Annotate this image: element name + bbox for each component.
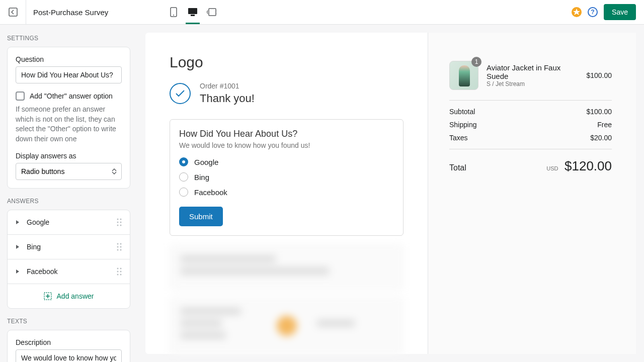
drag-handle-icon[interactable] — [117, 218, 122, 226]
svg-point-20 — [120, 249, 122, 251]
add-other-checkbox[interactable] — [16, 92, 25, 101]
svg-point-14 — [120, 225, 122, 226]
taxes-value: $20.00 — [590, 134, 612, 142]
subtotal-value: $100.00 — [586, 108, 612, 116]
drag-handle-icon[interactable] — [117, 243, 122, 251]
survey-option-label: Facebook — [194, 188, 227, 197]
logo-placeholder: Logo — [170, 54, 404, 71]
svg-point-26 — [120, 274, 122, 276]
product-variant: S / Jet Stream — [487, 80, 578, 87]
shipping-label: Shipping — [449, 121, 477, 129]
star-icon[interactable] — [572, 7, 582, 17]
svg-text:?: ? — [591, 9, 594, 16]
radio-icon — [179, 188, 188, 197]
desktop-icon — [188, 8, 198, 17]
survey-option[interactable]: Bing — [179, 172, 394, 182]
survey-question: How Did You Hear About Us? — [179, 129, 394, 139]
svg-point-21 — [117, 268, 119, 269]
svg-point-24 — [120, 271, 122, 273]
save-button[interactable]: Save — [604, 4, 636, 20]
blurred-content — [170, 245, 404, 354]
survey-description: We would love to know how you found us! — [179, 141, 394, 149]
radio-icon — [179, 172, 188, 182]
survey-option-label: Google — [194, 158, 218, 166]
mobile-icon — [170, 7, 177, 17]
order-number: Order #1001 — [200, 82, 255, 90]
svg-point-22 — [120, 268, 122, 269]
add-answer-label: Add answer — [57, 292, 94, 300]
svg-point-2 — [173, 15, 174, 16]
back-button[interactable] — [0, 0, 26, 24]
survey-option[interactable]: Facebook — [179, 188, 394, 197]
mobile-preview-button[interactable] — [169, 7, 179, 17]
answer-label: Facebook — [27, 267, 117, 276]
svg-point-18 — [120, 246, 122, 248]
svg-point-12 — [120, 222, 122, 223]
survey-widget: How Did You Hear About Us? We would love… — [170, 119, 404, 236]
expand-icon — [207, 8, 217, 16]
svg-rect-0 — [9, 8, 17, 16]
svg-point-13 — [117, 225, 119, 226]
answer-label: Bing — [27, 243, 117, 251]
product-name: Aviator Jacket in Faux Suede — [487, 63, 578, 80]
question-input[interactable] — [16, 66, 122, 83]
svg-point-17 — [117, 246, 119, 248]
caret-right-icon — [16, 244, 20, 249]
taxes-label: Taxes — [449, 134, 468, 142]
page-title: Post-Purchase Survey — [26, 8, 108, 17]
survey-option[interactable]: Google — [179, 157, 394, 166]
svg-rect-4 — [191, 15, 195, 16]
shipping-value: Free — [597, 121, 612, 129]
svg-point-9 — [117, 219, 119, 220]
svg-point-10 — [120, 219, 122, 220]
help-icon[interactable]: ? — [588, 7, 598, 17]
texts-section-label: TEXTS — [7, 318, 130, 325]
add-other-label: Add "Other" answer option — [30, 92, 113, 100]
display-as-select[interactable]: Radio buttons — [16, 163, 122, 180]
caret-right-icon — [16, 220, 20, 225]
answer-label: Google — [27, 218, 117, 226]
svg-point-16 — [120, 243, 122, 245]
survey-option-label: Bing — [194, 173, 209, 182]
display-as-label: Display answers as — [16, 152, 122, 160]
add-other-help-text: If someone prefer an answer which is not… — [16, 105, 122, 144]
description-field-label: Description — [16, 338, 122, 346]
answer-row[interactable]: Bing — [8, 235, 130, 259]
svg-rect-3 — [188, 8, 197, 14]
desktop-preview-button[interactable] — [188, 7, 198, 17]
svg-point-23 — [117, 271, 119, 273]
answer-row[interactable]: Google — [8, 210, 130, 235]
settings-section-label: SETTINGS — [7, 35, 130, 42]
thank-you-heading: Thank you! — [200, 92, 255, 105]
back-arrow-icon — [8, 7, 18, 17]
svg-point-11 — [117, 222, 119, 223]
add-icon — [44, 292, 52, 300]
svg-rect-5 — [209, 9, 216, 16]
total-label: Total — [449, 163, 466, 172]
fullwidth-preview-button[interactable] — [207, 7, 217, 17]
answers-section-label: ANSWERS — [7, 198, 130, 205]
question-field-label: Question — [16, 55, 122, 63]
caret-right-icon — [16, 269, 20, 274]
submit-button[interactable]: Submit — [179, 207, 223, 226]
svg-point-25 — [117, 274, 119, 276]
total-currency: USD — [546, 165, 558, 171]
quantity-badge: 1 — [471, 57, 481, 67]
radio-selected-icon — [179, 157, 188, 166]
product-price: $100.00 — [586, 71, 612, 79]
add-answer-button[interactable]: Add answer — [8, 284, 130, 308]
answer-row[interactable]: Facebook — [8, 259, 130, 284]
subtotal-label: Subtotal — [449, 108, 475, 116]
description-input[interactable] — [16, 349, 122, 362]
drag-handle-icon[interactable] — [117, 267, 122, 276]
checkmark-circle-icon — [170, 83, 191, 104]
svg-point-15 — [117, 243, 119, 245]
svg-point-19 — [117, 249, 119, 251]
total-amount: $120.00 — [565, 158, 612, 173]
